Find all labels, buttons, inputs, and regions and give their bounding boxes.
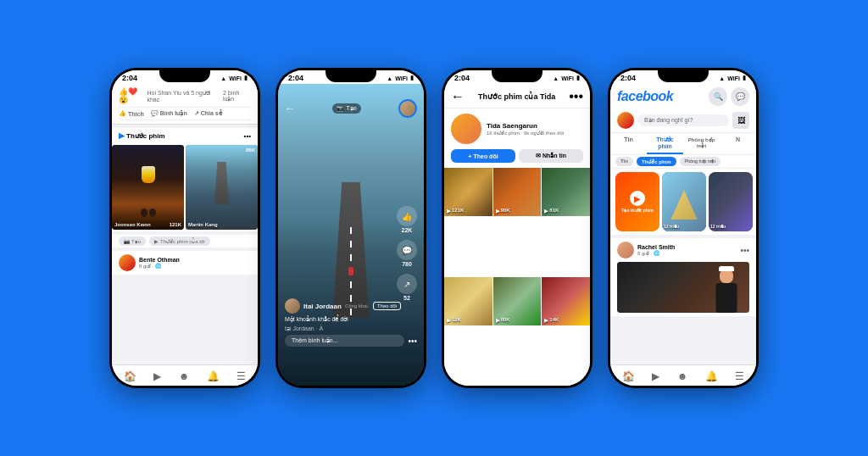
like-circle: 👍 [397,206,417,226]
camera-button[interactable]: 📷 Tạo [332,103,360,114]
post-avatar-1 [119,254,136,271]
post-card-1: Rachel Smith 8 giờ · 🌐 ••• [610,238,756,316]
search-button[interactable]: 🔍 [709,87,727,106]
like-count: 22K [402,227,413,233]
follow-button[interactable]: + Theo dõi [451,149,515,163]
create-icon: 📷 [124,238,130,244]
comment-input-row: Thêm bình luận... ••• [285,335,417,347]
phone1-feed: 👍❤️😮 Hoi Shan Yiu và 5 người khác 2 bình… [112,84,258,364]
profile-meta: 16 thước phim · 6k người theo dõi [487,130,564,136]
like-action[interactable]: 👍 22K [397,206,417,233]
friends-nav-4[interactable]: ☻ [677,370,688,382]
profile-avatar-ring[interactable] [398,99,417,118]
reel-follow-btn[interactable]: Theo dõi [373,302,401,310]
bottom-nav-4: 🏠 ▶ ☻ 🔔 ☰ [610,364,756,386]
post-more-btn[interactable]: ••• [740,246,749,255]
phone2-actions: 👍 22K 💬 780 ↗ 52 [397,206,417,301]
profile-title: Thước phim của Tida [478,92,555,101]
reels-nav-4[interactable]: ▶ [652,370,659,382]
reel-count-1: ▶ 121K [447,208,464,214]
reel2-author: Martin Kang [188,222,218,227]
reel-verified: Công khai [345,303,368,309]
subtab-thuoc-phim[interactable]: Thước phim [637,157,676,166]
reel-mini-2-label: 12 triều [710,224,751,229]
reel-cell-6[interactable]: ▶ 14K [542,277,590,325]
reel-mini-2[interactable]: 12 triều [709,172,753,231]
phone1-bottom-actions: 📷 Tạo ▶ Thước phim của tôi [112,235,258,247]
reel-thumb-1[interactable]: Joonseo Kwon 121K [112,145,184,230]
back-button[interactable]: ← [285,103,295,114]
post-info-1: Bente Othman 8 giờ · 🌐 [139,257,180,269]
camera-icon: 📷 [337,105,344,112]
reel-thumb-2[interactable]: Martin Kang 88K [186,145,258,230]
comment-circle: 💬 [397,240,417,260]
back-btn-3[interactable]: ← [451,89,465,104]
facebook-logo: facebook [617,89,673,104]
create-reel-btn[interactable]: ▶ Tạo thước phim [615,172,659,231]
tab-phong-hop[interactable]: Phòng hợp mặt [683,133,720,154]
tab-n[interactable]: N [720,133,756,154]
reel-cell-2[interactable]: ▶ 90K [493,168,542,216]
post-info-rachel: Rachel Smith 8 giờ · 🌐 [637,244,675,256]
message-button[interactable]: ✉ Nhắn tin [519,149,583,163]
comment-button[interactable]: 💬 Bình luận [151,110,187,117]
more-button[interactable]: ••• [408,336,417,346]
status-bar-1: 2:04 ▲ WiFi ▮ [112,70,258,84]
post-time-1: 8 giờ · 🌐 [139,263,180,269]
reel-cell-4[interactable]: ▶ 12K [444,277,492,325]
signal-icon-1: ▲ [220,75,226,81]
more-btn-3[interactable]: ••• [569,89,583,104]
phones-container: 2:04 ▲ WiFi ▮ 👍❤️😮 Hoi Shan Yiu và 5 ngư… [92,51,776,405]
subtab-phong-hop[interactable]: Phòng hợp mặt [680,157,721,166]
share-button[interactable]: ↗ Chia sẻ [194,110,222,117]
home-nav[interactable]: 🏠 [124,370,136,382]
tab-thuoc-phim[interactable]: Thước phim [647,133,683,154]
comment-count: 780 [402,261,412,267]
photo-upload-btn[interactable]: 🖼 [732,112,749,129]
phone4-home: facebook 🔍 💬 Bạn đang nghĩ gì? 🖼 Tin Thư… [610,84,756,364]
battery-icon-4: ▮ [743,75,746,81]
composer-input[interactable]: Bạn đang nghĩ gì? [637,114,729,126]
phone-4: 2:04 ▲ WiFi ▮ facebook 🔍 💬 [608,68,759,388]
my-reels-icon: ▶ [154,238,159,244]
notifications-nav[interactable]: 🔔 [207,370,220,382]
post-actions: 👍 Thích 💬 Bình luận ↗ Chia sẻ [119,107,251,120]
notifications-nav-4[interactable]: 🔔 [705,370,718,382]
time-3: 2:04 [454,74,470,82]
friends-nav[interactable]: ☻ [179,370,190,382]
like-button[interactable]: 👍 Thích [119,110,144,117]
comment-input[interactable]: Thêm bình luận... [285,335,404,347]
wifi-icon-2: WiFi [395,75,408,81]
reel-cell-1[interactable]: ▶ 121K [444,168,492,216]
wifi-icon-4: WiFi [727,75,740,81]
reel-author-avatar [285,298,300,314]
messenger-button[interactable]: 💬 [731,87,749,106]
share-icon: ↗ [194,110,199,117]
reels-more-btn[interactable]: ••• [244,132,251,140]
reels-nav[interactable]: ▶ [153,370,161,382]
status-icons-1: ▲ WiFi ▮ [220,75,248,81]
reel-cell-5[interactable]: ▶ 80K [493,277,542,325]
reel-cell-3[interactable]: ▶ 81K [542,168,590,216]
subtab-tin[interactable]: Tin [615,157,633,166]
menu-nav[interactable]: ☰ [236,370,246,382]
follow-icon: + [468,153,471,159]
wifi-icon-3: WiFi [561,75,574,81]
reel-mini-1[interactable]: 12 triều [662,172,706,231]
signal-icon-3: ▲ [553,75,559,81]
comments-count: 2 bình luận [223,90,251,103]
header-icons: 🔍 💬 [709,87,749,106]
phone1-post-header: 👍❤️😮 Hoi Shan Yiu và 5 người khác 2 bình… [112,84,258,125]
post-row-1: Bente Othman 8 giờ · 🌐 [112,251,258,275]
post-card-header: Rachel Smith 8 giờ · 🌐 ••• [617,242,749,259]
reel-count-5: ▶ 80K [496,317,510,323]
my-reels-pill[interactable]: ▶ Thước phim của tôi [149,236,210,246]
reactions-text: Hoi Shan Yiu và 5 người khác [147,90,220,103]
reel-author-row: Itai Jordaan Công khai Theo dõi [285,298,417,314]
menu-nav-4[interactable]: ☰ [735,370,744,382]
reels-grid: Joonseo Kwon 121K Martin Kang 88K [112,143,258,231]
comment-action[interactable]: 💬 780 [397,240,417,267]
home-nav-4[interactable]: 🏠 [622,370,635,382]
tab-tin[interactable]: Tin [610,133,647,154]
create-pill[interactable]: 📷 Tạo [119,236,146,246]
